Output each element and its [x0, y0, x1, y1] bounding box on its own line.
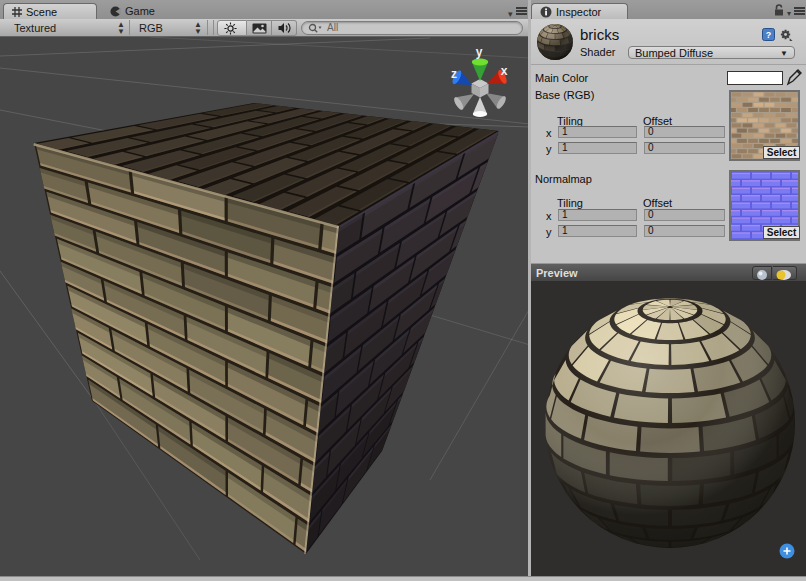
svg-text:?: ? [766, 30, 772, 40]
svg-text:x: x [501, 64, 508, 78]
svg-text:z: z [451, 67, 457, 81]
svg-text:y: y [476, 45, 483, 59]
